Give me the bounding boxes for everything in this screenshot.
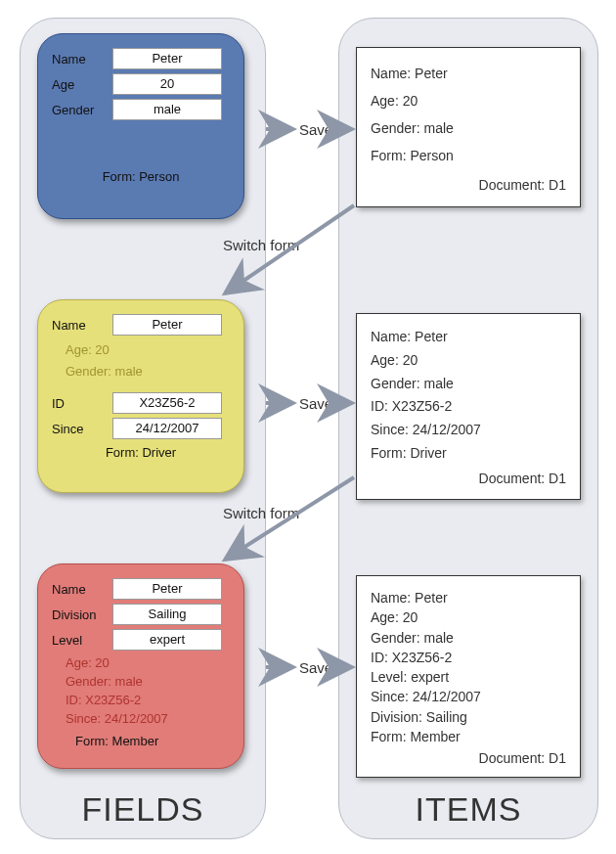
form-card-driver: Name Peter Age: 20 Gender: male ID X23Z5… bbox=[37, 299, 244, 493]
item-line: Age: 20 bbox=[371, 87, 566, 114]
label-name: Name bbox=[52, 318, 112, 333]
input-gender[interactable]: male bbox=[112, 99, 222, 120]
fields-title: FIELDS bbox=[21, 790, 265, 829]
label-division: Division bbox=[52, 607, 112, 622]
inherited-gender: Gender: male bbox=[66, 361, 230, 382]
label-id: ID bbox=[52, 396, 112, 411]
item-line: Division: Sailing bbox=[371, 707, 566, 727]
item-line: Level: expert bbox=[371, 667, 566, 687]
item-line: Age: 20 bbox=[371, 349, 566, 373]
item-line: Name: Peter bbox=[371, 60, 566, 87]
item-line: Age: 20 bbox=[371, 607, 566, 627]
form-tag-member: Form: Member bbox=[75, 734, 230, 748]
input-age[interactable]: 20 bbox=[112, 73, 222, 95]
input-division[interactable]: Sailing bbox=[112, 604, 222, 625]
item-line: Gender: male bbox=[371, 628, 566, 648]
input-name[interactable]: Peter bbox=[112, 314, 222, 336]
document-label: Document: D1 bbox=[371, 468, 566, 491]
form-card-person: Name Peter Age 20 Gender male Form: Pers… bbox=[37, 33, 244, 219]
input-since[interactable]: 24/12/2007 bbox=[112, 418, 222, 439]
item-line: Since: 24/12/2007 bbox=[371, 687, 566, 706]
label-level: Level bbox=[52, 633, 112, 648]
item-line: Form: Member bbox=[371, 727, 566, 746]
input-name[interactable]: Peter bbox=[112, 48, 222, 69]
inherited-since: Since: 24/12/2007 bbox=[66, 710, 230, 729]
item-box-d2: Name: Peter Age: 20 Gender: male ID: X23… bbox=[356, 313, 581, 500]
inherited-gender: Gender: male bbox=[66, 673, 230, 692]
diagram: FIELDS ITEMS Name Peter Age 20 Gender ma… bbox=[10, 10, 606, 841]
input-name[interactable]: Peter bbox=[112, 578, 222, 600]
input-id[interactable]: X23Z56-2 bbox=[112, 392, 222, 414]
item-box-d1: Name: Peter Age: 20 Gender: male Form: P… bbox=[356, 47, 581, 207]
label-gender: Gender bbox=[52, 103, 112, 117]
inherited-id: ID: X23Z56-2 bbox=[66, 692, 230, 710]
item-line: Form: Person bbox=[371, 142, 566, 169]
input-level[interactable]: expert bbox=[112, 629, 222, 651]
form-card-member: Name Peter Division Sailing Level expert… bbox=[37, 563, 244, 769]
item-line: Name: Peter bbox=[371, 588, 566, 607]
document-label: Document: D1 bbox=[371, 748, 566, 768]
item-line: Name: Peter bbox=[371, 326, 566, 349]
items-title: ITEMS bbox=[339, 790, 597, 829]
item-line: Gender: male bbox=[371, 373, 566, 396]
inherited-age: Age: 20 bbox=[66, 654, 230, 673]
item-line: ID: X23Z56-2 bbox=[371, 648, 566, 667]
label-since: Since bbox=[52, 422, 112, 436]
label-name: Name bbox=[52, 52, 112, 67]
label-age: Age bbox=[52, 77, 112, 92]
save-label-1: Save bbox=[299, 121, 332, 138]
item-line: Gender: male bbox=[371, 114, 566, 142]
inherited-age: Age: 20 bbox=[66, 339, 230, 361]
item-line: Since: 24/12/2007 bbox=[371, 419, 566, 442]
label-name: Name bbox=[52, 582, 112, 597]
form-tag-person: Form: Person bbox=[52, 169, 230, 184]
item-line: ID: X23Z56-2 bbox=[371, 395, 566, 419]
form-tag-driver: Form: Driver bbox=[52, 445, 230, 460]
save-label-3: Save bbox=[299, 659, 332, 676]
item-box-d3: Name: Peter Age: 20 Gender: male ID: X23… bbox=[356, 575, 581, 778]
switch-label-1: Switch form bbox=[223, 237, 299, 253]
switch-label-2: Switch form bbox=[223, 505, 299, 521]
item-line: Form: Driver bbox=[371, 442, 566, 466]
document-label: Document: D1 bbox=[371, 171, 566, 199]
save-label-2: Save bbox=[299, 395, 332, 412]
